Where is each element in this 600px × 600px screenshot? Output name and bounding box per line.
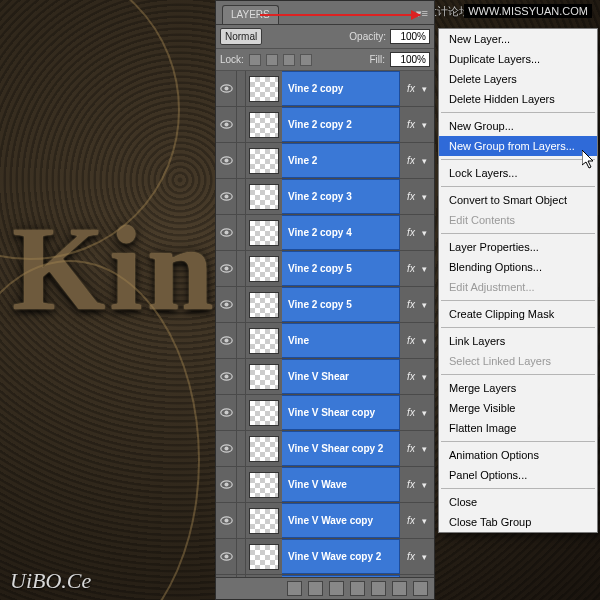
menu-item[interactable]: Animation Options bbox=[439, 445, 597, 465]
layer-name[interactable]: Vine 2 copy 5 bbox=[282, 287, 400, 322]
layer-list[interactable]: Vine 2 copyfx▾Vine 2 copy 2fx▾Vine 2fx▾V… bbox=[216, 71, 434, 577]
chevron-down-icon[interactable]: ▾ bbox=[422, 120, 434, 130]
visibility-eye-icon[interactable] bbox=[216, 334, 236, 347]
chevron-down-icon[interactable]: ▾ bbox=[422, 192, 434, 202]
fx-indicator[interactable]: fx bbox=[400, 155, 422, 166]
chevron-down-icon[interactable]: ▾ bbox=[422, 84, 434, 94]
lock-trans-icon[interactable] bbox=[249, 54, 261, 66]
layer-thumbnail[interactable] bbox=[249, 436, 279, 462]
layer-name[interactable]: Vine 2 copy 2 bbox=[282, 107, 400, 142]
layer-thumbnail[interactable] bbox=[249, 184, 279, 210]
chevron-down-icon[interactable]: ▾ bbox=[422, 552, 434, 562]
layer-thumbnail[interactable] bbox=[249, 112, 279, 138]
layer-row[interactable]: Vine V Wavefx▾ bbox=[216, 467, 434, 503]
menu-item[interactable]: Delete Hidden Layers bbox=[439, 89, 597, 109]
fx-indicator[interactable]: fx bbox=[400, 191, 422, 202]
layer-row[interactable]: Vine 2 copyfx▾ bbox=[216, 71, 434, 107]
layer-name[interactable]: Vine 2 copy 5 bbox=[282, 251, 400, 286]
visibility-eye-icon[interactable] bbox=[216, 190, 236, 203]
visibility-eye-icon[interactable] bbox=[216, 370, 236, 383]
fill-input[interactable] bbox=[390, 52, 430, 67]
chevron-down-icon[interactable]: ▾ bbox=[422, 408, 434, 418]
layer-row[interactable]: Vine 2 copy 2fx▾ bbox=[216, 107, 434, 143]
layer-name[interactable]: Vine V Wave copy bbox=[282, 503, 400, 538]
fx-indicator[interactable]: fx bbox=[400, 551, 422, 562]
group-icon[interactable] bbox=[371, 581, 386, 596]
link-icon[interactable] bbox=[287, 581, 302, 596]
menu-item[interactable]: New Group from Layers... bbox=[439, 136, 597, 156]
layer-thumbnail[interactable] bbox=[249, 220, 279, 246]
visibility-eye-icon[interactable] bbox=[216, 514, 236, 527]
menu-item[interactable]: Flatten Image bbox=[439, 418, 597, 438]
layer-thumbnail[interactable] bbox=[249, 400, 279, 426]
menu-item[interactable]: New Layer... bbox=[439, 29, 597, 49]
chevron-down-icon[interactable]: ▾ bbox=[422, 300, 434, 310]
menu-item[interactable]: Layer Properties... bbox=[439, 237, 597, 257]
visibility-eye-icon[interactable] bbox=[216, 154, 236, 167]
fx-indicator[interactable]: fx bbox=[400, 335, 422, 346]
layer-row[interactable]: Vine V Wave copyfx▾ bbox=[216, 503, 434, 539]
layer-name[interactable]: Vine V Shear bbox=[282, 359, 400, 394]
layer-name[interactable]: Vine V Shear copy bbox=[282, 395, 400, 430]
chevron-down-icon[interactable]: ▾ bbox=[422, 516, 434, 526]
lock-pos-icon[interactable] bbox=[283, 54, 295, 66]
chevron-down-icon[interactable]: ▾ bbox=[422, 264, 434, 274]
layer-thumbnail[interactable] bbox=[249, 76, 279, 102]
menu-item[interactable]: Lock Layers... bbox=[439, 163, 597, 183]
visibility-eye-icon[interactable] bbox=[216, 118, 236, 131]
layer-name[interactable]: Vine 2 copy 3 bbox=[282, 179, 400, 214]
chevron-down-icon[interactable]: ▾ bbox=[422, 444, 434, 454]
menu-item[interactable]: Close Tab Group bbox=[439, 512, 597, 532]
menu-item[interactable]: Convert to Smart Object bbox=[439, 190, 597, 210]
menu-item[interactable]: New Group... bbox=[439, 116, 597, 136]
trash-icon[interactable] bbox=[413, 581, 428, 596]
visibility-eye-icon[interactable] bbox=[216, 442, 236, 455]
chevron-down-icon[interactable]: ▾ bbox=[422, 228, 434, 238]
layer-thumbnail[interactable] bbox=[249, 148, 279, 174]
opacity-input[interactable] bbox=[390, 29, 430, 44]
fx-indicator[interactable]: fx bbox=[400, 119, 422, 130]
mask-icon[interactable] bbox=[329, 581, 344, 596]
layer-row[interactable]: Vine V Shear copy 2fx▾ bbox=[216, 431, 434, 467]
menu-item[interactable]: Delete Layers bbox=[439, 69, 597, 89]
layer-row[interactable]: Vine 2 copy 4fx▾ bbox=[216, 215, 434, 251]
layer-row[interactable]: Vine V Shear copyfx▾ bbox=[216, 395, 434, 431]
visibility-eye-icon[interactable] bbox=[216, 478, 236, 491]
fx-indicator[interactable]: fx bbox=[400, 371, 422, 382]
layer-row[interactable]: Vinefx▾ bbox=[216, 323, 434, 359]
layer-name[interactable]: Vine V Wave copy 2 bbox=[282, 539, 400, 574]
visibility-eye-icon[interactable] bbox=[216, 298, 236, 311]
visibility-eye-icon[interactable] bbox=[216, 82, 236, 95]
menu-item[interactable]: Blending Options... bbox=[439, 257, 597, 277]
layer-name[interactable]: Vine 2 copy bbox=[282, 71, 400, 106]
layer-thumbnail[interactable] bbox=[249, 256, 279, 282]
layer-name[interactable]: Vine 2 bbox=[282, 143, 400, 178]
layer-name[interactable]: Vine V Wave bbox=[282, 467, 400, 502]
chevron-down-icon[interactable]: ▾ bbox=[422, 336, 434, 346]
layer-name[interactable]: Vine bbox=[282, 323, 400, 358]
layer-name[interactable]: Vine 2 copy 4 bbox=[282, 215, 400, 250]
visibility-eye-icon[interactable] bbox=[216, 262, 236, 275]
layer-thumbnail[interactable] bbox=[249, 472, 279, 498]
layer-row[interactable]: Vine V Wave copy 2fx▾ bbox=[216, 539, 434, 575]
chevron-down-icon[interactable]: ▾ bbox=[422, 480, 434, 490]
fx-indicator[interactable]: fx bbox=[400, 479, 422, 490]
fx-icon[interactable] bbox=[308, 581, 323, 596]
layer-row[interactable]: Vine 2 copy 3fx▾ bbox=[216, 179, 434, 215]
fx-indicator[interactable]: fx bbox=[400, 515, 422, 526]
layer-row[interactable]: Vine 2 copy 5fx▾ bbox=[216, 287, 434, 323]
layer-thumbnail[interactable] bbox=[249, 508, 279, 534]
lock-all-icon[interactable] bbox=[300, 54, 312, 66]
layer-thumbnail[interactable] bbox=[249, 364, 279, 390]
fx-indicator[interactable]: fx bbox=[400, 443, 422, 454]
menu-item[interactable]: Merge Visible bbox=[439, 398, 597, 418]
new-layer-icon[interactable] bbox=[392, 581, 407, 596]
layer-row[interactable]: Vine 2fx▾ bbox=[216, 143, 434, 179]
menu-item[interactable]: Create Clipping Mask bbox=[439, 304, 597, 324]
visibility-eye-icon[interactable] bbox=[216, 550, 236, 563]
fx-indicator[interactable]: fx bbox=[400, 407, 422, 418]
fx-indicator[interactable]: fx bbox=[400, 299, 422, 310]
adjustment-icon[interactable] bbox=[350, 581, 365, 596]
fx-indicator[interactable]: fx bbox=[400, 83, 422, 94]
layer-row[interactable]: Vine 2 copy 5fx▾ bbox=[216, 251, 434, 287]
